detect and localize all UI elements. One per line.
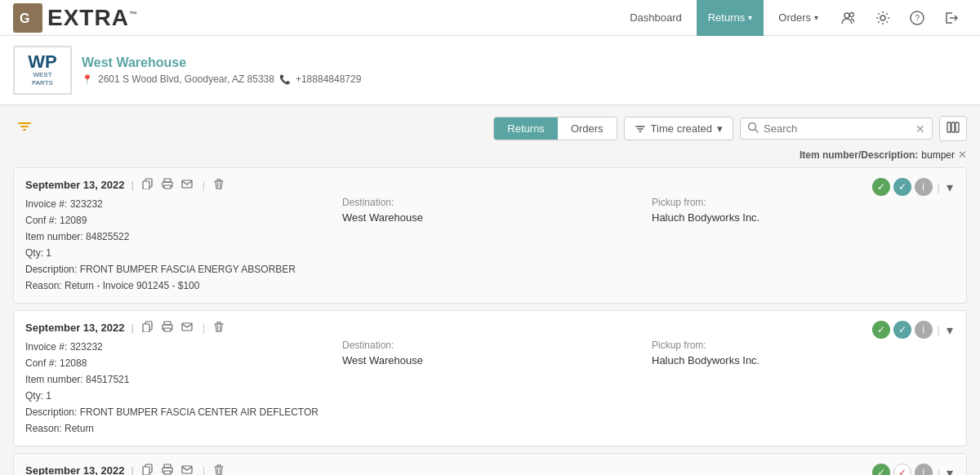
action-info-button[interactable]: i <box>915 321 933 339</box>
pickup-col: Pickup from: Haluch Bodyworks Inc. <box>652 340 955 436</box>
tab-group: Returns Orders <box>493 117 617 140</box>
main-content: Returns Orders Time created ▾ ✕ Item num… <box>0 105 980 475</box>
nav-orders[interactable]: Orders ▾ <box>767 0 830 36</box>
svg-rect-11 <box>947 122 951 132</box>
pickup-label: Pickup from: <box>652 197 955 208</box>
svg-rect-15 <box>143 181 149 189</box>
settings-icon[interactable] <box>867 0 898 36</box>
svg-rect-13 <box>956 122 959 132</box>
action-secondary-button[interactable]: ✓ <box>893 178 911 196</box>
svg-point-2 <box>844 13 849 18</box>
company-name: West Warehouse <box>82 55 361 70</box>
reason-field: Reason: Return - Invoice 901245 - $100 <box>25 278 336 293</box>
search-input[interactable] <box>764 122 911 135</box>
logo-area: G EXTRA™ <box>13 3 138 33</box>
columns-button[interactable] <box>939 116 967 141</box>
item-delete-button[interactable] <box>213 178 225 192</box>
phone-icon: 📞 <box>279 74 291 85</box>
action-secondary-button[interactable]: ✓ <box>893 321 911 339</box>
svg-text:G: G <box>20 11 29 25</box>
nav-links: Dashboard Returns ▾ Orders ▾ ? <box>618 0 967 36</box>
active-filter: Item number/Description: bumper ✕ <box>800 149 967 161</box>
search-box: ✕ <box>740 118 933 140</box>
pickup-value: Haluch Bodyworks Inc. <box>652 354 955 366</box>
return-item: September 13, 2022 | | Invoice #: 3232 <box>13 453 967 475</box>
search-icon <box>747 122 759 135</box>
svg-rect-8 <box>20 126 29 127</box>
app-name: EXTRA™ <box>47 5 138 31</box>
pickup-label: Pickup from: <box>652 340 955 351</box>
conf-field: Conf #: 12089 <box>25 213 336 228</box>
action-approve-button[interactable]: ✓ <box>872 178 890 196</box>
action-dropdown-button[interactable]: ▾ <box>945 465 955 476</box>
item-icons <box>140 321 194 335</box>
action-dropdown-button[interactable]: ▾ <box>945 322 955 338</box>
action-approve-button[interactable]: ✓ <box>872 464 890 475</box>
item-icons <box>140 178 194 192</box>
svg-point-3 <box>850 12 854 16</box>
item-date: September 13, 2022 <box>25 464 124 475</box>
svg-rect-22 <box>164 322 171 325</box>
filter-close-button[interactable]: ✕ <box>958 149 967 161</box>
svg-rect-12 <box>951 122 955 132</box>
company-phone: +18884848729 <box>296 73 361 85</box>
item-delete-button[interactable] <box>213 464 225 475</box>
search-clear-button[interactable]: ✕ <box>915 122 925 135</box>
item-number-field: Item number: 84517521 <box>25 372 336 387</box>
action-buttons: ✓ ✓ i | ▾ <box>872 178 955 196</box>
logout-icon[interactable] <box>936 0 967 36</box>
filter-value: bumper <box>921 149 955 161</box>
filter-icon-button[interactable] <box>13 115 36 142</box>
action-buttons: ✓ ✓ i | ▾ <box>872 464 955 475</box>
nav-dashboard[interactable]: Dashboard <box>618 0 693 36</box>
item-email-icon[interactable] <box>180 464 194 475</box>
svg-rect-21 <box>143 324 149 332</box>
item-details: Invoice #: 323232 Conf #: 12089 Item num… <box>25 197 336 293</box>
action-info-button[interactable]: i <box>915 178 933 196</box>
action-approve-button[interactable]: ✓ <box>872 321 890 339</box>
svg-point-4 <box>880 16 885 20</box>
item-print-icon[interactable] <box>160 178 175 192</box>
svg-rect-27 <box>143 467 149 475</box>
company-details: 📍 2601 S Wood Blvd, Goodyear, AZ 85338 📞… <box>82 73 361 85</box>
description-field: Description: FRONT BUMPER FASCIA CENTER … <box>25 405 336 420</box>
users-icon[interactable] <box>833 0 864 36</box>
item-copy-icon[interactable] <box>140 178 155 192</box>
item-print-icon[interactable] <box>160 464 175 475</box>
action-info-button[interactable]: i <box>915 464 933 475</box>
reason-field: Reason: Return <box>25 421 336 436</box>
item-print-icon[interactable] <box>160 321 175 335</box>
item-email-icon[interactable] <box>180 178 194 192</box>
return-items-container: September 13, 2022 | | Invoice #: 3232 <box>13 167 967 475</box>
location-icon: 📍 <box>82 74 93 85</box>
svg-rect-16 <box>164 179 171 182</box>
item-email-icon[interactable] <box>180 321 194 335</box>
sort-button[interactable]: Time created ▾ <box>624 117 733 140</box>
help-icon[interactable]: ? <box>902 0 933 36</box>
invoice-field: Invoice #: 323232 <box>25 197 336 211</box>
tab-orders[interactable]: Orders <box>558 118 617 140</box>
action-buttons: ✓ ✓ i | ▾ <box>872 321 955 339</box>
destination-value: West Warehouse <box>342 211 645 224</box>
return-item: September 13, 2022 | | Invoice #: 3232 <box>13 310 967 446</box>
item-delete-button[interactable] <box>213 321 225 335</box>
svg-rect-24 <box>164 328 171 331</box>
sort-label: Time created <box>651 122 712 135</box>
orders-dropdown-icon: ▾ <box>814 13 818 22</box>
item-header: September 13, 2022 | | <box>25 178 955 192</box>
nav-returns[interactable]: Returns ▾ <box>697 0 764 36</box>
item-copy-icon[interactable] <box>140 321 155 335</box>
destination-value: West Warehouse <box>342 354 645 366</box>
filter-label: Item number/Description: <box>800 149 918 161</box>
action-dropdown-button[interactable]: ▾ <box>945 180 955 195</box>
action-secondary-button[interactable]: ✓ <box>893 464 911 475</box>
toolbar: Returns Orders Time created ▾ ✕ <box>13 115 967 142</box>
item-copy-icon[interactable] <box>140 464 155 475</box>
tab-returns[interactable]: Returns <box>494 118 558 140</box>
item-body: Invoice #: 323232 Conf #: 12089 Item num… <box>25 197 955 293</box>
conf-field: Conf #: 12088 <box>25 356 336 371</box>
item-date: September 13, 2022 <box>25 179 124 191</box>
pickup-value: Haluch Bodyworks Inc. <box>652 211 955 224</box>
item-details: Invoice #: 323232 Conf #: 12088 Item num… <box>25 340 336 436</box>
filter-row: Item number/Description: bumper ✕ <box>13 149 967 161</box>
